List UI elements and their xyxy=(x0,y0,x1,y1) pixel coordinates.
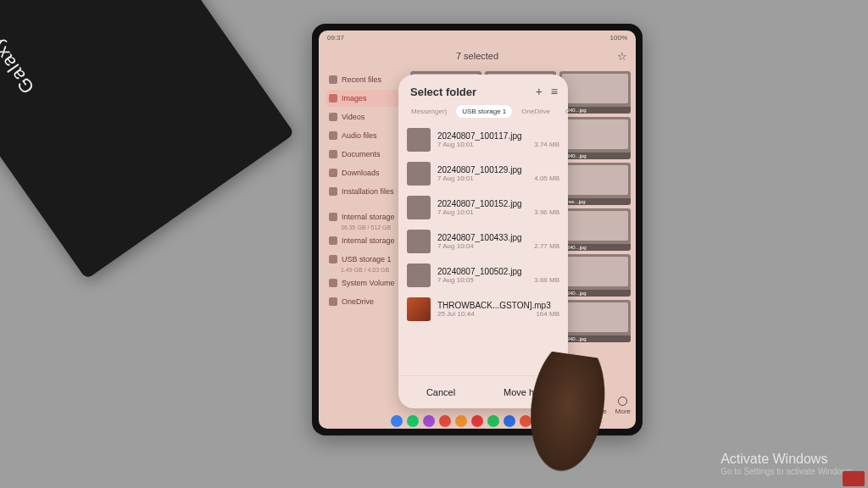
dialog-header: Select folder + ≡ xyxy=(398,75,568,105)
file-thumb xyxy=(407,162,431,186)
file-name: 20240807_100502.jpg xyxy=(437,267,559,276)
thumbnail-caption: 20240...jpg xyxy=(559,107,631,114)
file-row[interactable]: 20240807_100117.jpg7 Aug 10:013.74 MB xyxy=(405,123,561,157)
file-name: 20240807_100117.jpg xyxy=(437,131,559,141)
dock-app[interactable] xyxy=(471,415,483,427)
file-date: 7 Aug 10:01 xyxy=(437,208,474,216)
file-date: 7 Aug 10:04 xyxy=(437,242,474,250)
storage-label: System Volume xyxy=(342,279,395,287)
sidebar-item-downloads[interactable]: Downloads xyxy=(326,164,407,181)
watermark-sub: Go to Settings to activate Windows. xyxy=(721,467,854,476)
image-thumbnail[interactable]: 20240...jpg xyxy=(559,71,631,114)
file-name: THROWBACK...GSTON].mp3 xyxy=(437,301,559,310)
dock-app[interactable] xyxy=(423,415,435,427)
file-row[interactable]: 20240807_100502.jpg7 Aug 10:053.68 MB xyxy=(405,258,561,292)
cancel-button[interactable]: Cancel xyxy=(398,376,483,408)
storage-item[interactable]: System Volume xyxy=(326,274,407,291)
thumbnail-caption: 20240...jpg xyxy=(559,336,631,342)
image-thumbnail[interactable]: Scree...jpg xyxy=(559,163,631,205)
product-box: Galaxy Z Fold6 xyxy=(0,0,295,280)
dock-app[interactable] xyxy=(407,415,419,427)
file-thumb xyxy=(407,128,431,152)
image-thumbnail[interactable]: 20240...jpg xyxy=(559,117,631,159)
sidebar-item-installation-files[interactable]: Installation files xyxy=(326,183,407,200)
favorite-icon[interactable]: ☆ xyxy=(617,50,627,63)
dock-app[interactable] xyxy=(455,415,467,427)
menu-icon[interactable]: ≡ xyxy=(551,85,558,98)
file-thumb xyxy=(407,263,431,287)
file-date: 7 Aug 10:01 xyxy=(437,175,474,182)
add-icon[interactable]: + xyxy=(536,85,542,98)
status-bar: 09:37 100% xyxy=(319,30,636,44)
file-name: 20240807_100433.jpg xyxy=(437,233,559,242)
sidebar-item-label: Audio files xyxy=(342,131,377,140)
thumbnail-caption: Scree...jpg xyxy=(559,198,631,205)
file-row[interactable]: 20240807_100129.jpg7 Aug 10:014.05 MB xyxy=(405,157,561,191)
sidebar-item-label: Downloads xyxy=(342,169,380,177)
file-size: 3.74 MB xyxy=(534,141,559,148)
sidebar-item-documents[interactable]: Documents xyxy=(326,146,407,163)
storage-chip[interactable]: USB storage 1 xyxy=(456,105,512,118)
dialog-title: Select folder xyxy=(410,86,476,98)
storage-icon xyxy=(329,255,337,263)
storage-chip[interactable]: Messenger) xyxy=(405,105,453,118)
file-date: 7 Aug 10:05 xyxy=(437,276,474,284)
status-battery: 100% xyxy=(610,34,627,42)
dock-app[interactable] xyxy=(391,415,403,427)
image-thumbnail[interactable]: 20240...jpg xyxy=(559,254,631,297)
storage-label: Internal storage xyxy=(342,236,395,245)
file-row[interactable]: THROWBACK...GSTON].mp325 Jul 10:44164 MB xyxy=(405,292,561,326)
file-date: 7 Aug 10:01 xyxy=(437,141,474,148)
video-icon xyxy=(329,113,337,121)
storage-label: Internal storage xyxy=(342,213,395,221)
image-thumbnail[interactable]: 20240...jpg xyxy=(559,208,631,251)
sidebar: Recent filesImagesVideosAudio filesDocum… xyxy=(319,68,410,395)
thumbnail-caption: 20240...jpg xyxy=(559,244,631,251)
file-date: 25 Jul 10:44 xyxy=(437,310,475,318)
storage-icon xyxy=(329,213,337,221)
storage-icon xyxy=(329,297,337,306)
sidebar-item-audio-files[interactable]: Audio files xyxy=(326,127,407,144)
storage-icon xyxy=(329,236,337,245)
storage-usage: 1.49 GB / 4.03 GB xyxy=(341,267,407,273)
file-name: 20240807_100152.jpg xyxy=(437,199,559,208)
file-thumb xyxy=(407,196,431,219)
sidebar-item-images[interactable]: Images xyxy=(326,90,407,107)
file-size: 3.68 MB xyxy=(534,276,559,284)
storage-item[interactable]: USB storage 1 xyxy=(326,251,407,268)
sidebar-item-recent-files[interactable]: Recent files xyxy=(326,71,407,88)
storage-item[interactable]: Internal storage xyxy=(326,232,407,249)
thumbnail-caption: 20240...jpg xyxy=(559,152,631,159)
thumbnail-caption: 20240...jpg xyxy=(559,290,631,297)
product-box-label: Galaxy Z Fold6 xyxy=(0,0,39,97)
storage-label: USB storage 1 xyxy=(342,255,392,263)
selection-count: 7 selected xyxy=(456,51,498,61)
audio-icon xyxy=(329,131,337,140)
file-size: 2.77 MB xyxy=(534,242,559,250)
storage-item[interactable]: OneDrive xyxy=(326,293,407,310)
clock-icon xyxy=(329,75,337,84)
file-list: 20240807_100117.jpg7 Aug 10:013.74 MB202… xyxy=(398,123,568,375)
windows-watermark: Activate Windows Go to Settings to activ… xyxy=(721,452,854,476)
selection-header: 7 selected ☆ xyxy=(319,44,636,68)
image-icon xyxy=(329,94,337,103)
storage-item[interactable]: Internal storage xyxy=(326,208,407,225)
file-size: 4.05 MB xyxy=(534,175,559,182)
sidebar-item-label: Videos xyxy=(342,113,364,121)
dock-app[interactable] xyxy=(487,415,499,427)
storage-usage: 36.35 GB / 512 GB xyxy=(341,225,407,230)
storage-chip[interactable]: OneDrive xyxy=(515,105,556,118)
watermark-title: Activate Windows xyxy=(721,452,854,467)
file-row[interactable]: 20240807_100152.jpg7 Aug 10:013.96 MB xyxy=(405,191,561,225)
sidebar-item-videos[interactable]: Videos xyxy=(326,108,407,125)
storage-chip[interactable]: Google xyxy=(559,105,568,118)
download-icon xyxy=(329,169,337,177)
dock-app[interactable] xyxy=(439,415,451,427)
sidebar-item-label: Installation files xyxy=(342,187,394,196)
image-thumbnail[interactable]: 20240...jpg xyxy=(559,300,631,342)
file-row[interactable]: 20240807_100433.jpg7 Aug 10:042.77 MB xyxy=(405,225,561,258)
file-thumb xyxy=(407,230,431,253)
sidebar-item-label: Recent files xyxy=(342,75,381,84)
file-size: 164 MB xyxy=(536,310,559,318)
corner-tag xyxy=(843,471,865,486)
